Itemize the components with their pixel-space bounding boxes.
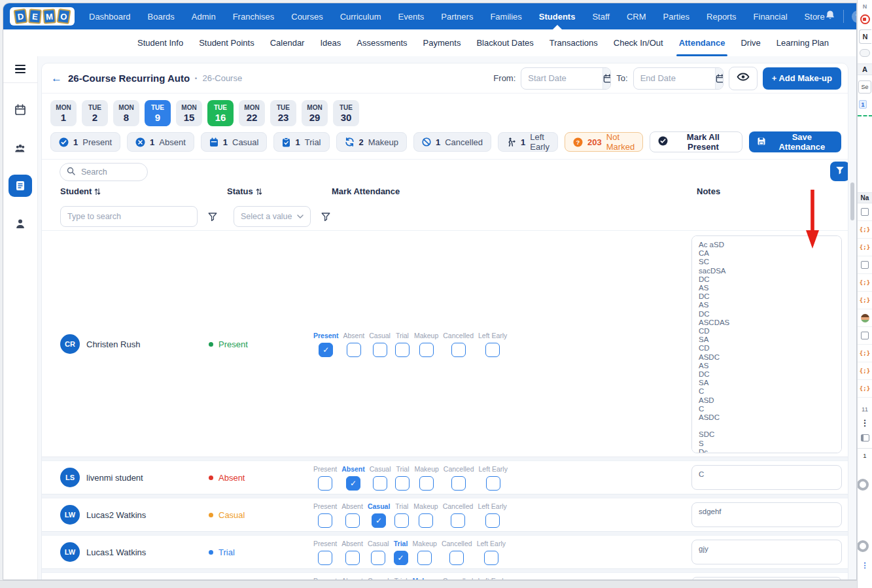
- subnav-item-ideas[interactable]: Ideas: [320, 29, 341, 56]
- subnav-item-assessments[interactable]: Assessments: [357, 29, 407, 56]
- column-student[interactable]: Student: [60, 186, 101, 196]
- summary-chip-makeup[interactable]: 2Makeup: [336, 132, 407, 152]
- checkbox-trial[interactable]: [394, 513, 409, 528]
- summary-chip-left-early[interactable]: 1Left Early: [498, 132, 558, 152]
- summary-chip-absent[interactable]: 1Absent: [127, 132, 194, 152]
- panel-checkbox[interactable]: [861, 208, 869, 216]
- summary-chip-present[interactable]: 1Present: [50, 132, 120, 152]
- date-chip-mon-8[interactable]: MON8: [113, 100, 139, 126]
- checkbox-makeup[interactable]: [419, 513, 433, 528]
- checkbox-trial[interactable]: [395, 343, 410, 357]
- nav-item-students[interactable]: Students: [539, 3, 576, 29]
- summary-chip-trial[interactable]: 1Trial: [273, 132, 329, 152]
- date-chip-mon-22[interactable]: MON22: [239, 100, 265, 126]
- checkbox-casual[interactable]: ✓: [372, 513, 386, 528]
- note-textarea[interactable]: C: [691, 465, 842, 490]
- note-textarea[interactable]: gjy: [691, 540, 842, 564]
- panel-record[interactable]: [860, 14, 870, 24]
- floating-button-cutoff[interactable]: [857, 479, 869, 491]
- checkbox-casual[interactable]: [371, 551, 385, 565]
- bell-icon[interactable]: [825, 10, 835, 24]
- calendar-sidebar-icon[interactable]: [9, 99, 32, 121]
- search-input[interactable]: [80, 167, 141, 177]
- student-filter-input[interactable]: [60, 206, 198, 227]
- nav-item-curriculum[interactable]: Curriculum: [340, 3, 381, 29]
- checkbox-trial[interactable]: [395, 476, 410, 491]
- checkbox-absent[interactable]: ✓: [346, 476, 360, 491]
- help-icon[interactable]: ?: [852, 10, 857, 23]
- checkbox-absent[interactable]: [345, 551, 360, 565]
- subnav-item-student-info[interactable]: Student Info: [137, 29, 183, 56]
- subnav-item-payments[interactable]: Payments: [423, 29, 461, 56]
- date-chip-tue-30[interactable]: TUE30: [333, 100, 359, 126]
- start-date-field[interactable]: [521, 67, 611, 90]
- note-textarea[interactable]: sdgehf: [691, 502, 842, 527]
- subnav-item-calendar[interactable]: Calendar: [270, 29, 305, 56]
- nav-item-staff[interactable]: Staff: [592, 3, 610, 29]
- nav-item-parties[interactable]: Parties: [663, 3, 689, 29]
- nav-item-dashboard[interactable]: Dashboard: [89, 3, 131, 29]
- demo-logo[interactable]: DEMO: [10, 7, 75, 26]
- note-textarea[interactable]: jkyu: [691, 577, 842, 579]
- panel-checkbox[interactable]: [861, 332, 869, 339]
- nav-item-families[interactable]: Families: [490, 3, 521, 29]
- save-attendance-button[interactable]: Save Attendance: [749, 131, 841, 152]
- checkbox-present[interactable]: ✓: [319, 343, 333, 357]
- nav-item-franchises[interactable]: Franchises: [233, 3, 275, 29]
- view-toggle-button[interactable]: [729, 67, 758, 90]
- date-chip-mon-29[interactable]: MON29: [302, 100, 328, 126]
- column-status[interactable]: Status: [227, 186, 262, 196]
- end-date-field[interactable]: [633, 67, 724, 90]
- subnav-item-student-points[interactable]: Student Points: [199, 29, 254, 56]
- summary-chip-casual[interactable]: 1Casual: [201, 132, 268, 152]
- status-filter-select[interactable]: Select a value: [234, 206, 311, 227]
- funnel-icon[interactable]: [205, 209, 220, 224]
- mark-all-present-button[interactable]: Mark All Present: [650, 131, 742, 152]
- checkbox-trial[interactable]: ✓: [394, 551, 408, 565]
- checkbox-cancelled[interactable]: [451, 343, 466, 357]
- date-chip-tue-9[interactable]: TUE9: [145, 100, 171, 126]
- date-chip-tue-2[interactable]: TUE2: [82, 100, 108, 126]
- checkbox-casual[interactable]: [373, 343, 387, 357]
- checkbox-left-early[interactable]: [486, 476, 500, 491]
- date-chip-tue-23[interactable]: TUE23: [270, 100, 296, 126]
- checkbox-cancelled[interactable]: [451, 513, 465, 528]
- date-chip-mon-1[interactable]: MON1: [50, 100, 77, 126]
- floating-button-cutoff[interactable]: [857, 540, 869, 552]
- table-filter-button[interactable]: [830, 162, 848, 181]
- hamburger-menu-icon[interactable]: [15, 65, 26, 73]
- nav-item-events[interactable]: Events: [398, 3, 425, 29]
- summary-chip-cancelled[interactable]: 1Cancelled: [413, 132, 491, 152]
- subnav-item-attendance[interactable]: Attendance: [679, 29, 725, 56]
- subnav-item-drive[interactable]: Drive: [741, 29, 760, 56]
- checkbox-left-early[interactable]: [485, 343, 500, 357]
- calendar-icon[interactable]: [602, 68, 611, 89]
- nav-item-store[interactable]: Store: [805, 3, 825, 29]
- groups-sidebar-icon[interactable]: [9, 137, 32, 159]
- checkbox-makeup[interactable]: [419, 343, 434, 357]
- checkbox-absent[interactable]: [345, 513, 360, 528]
- end-date-input[interactable]: [634, 73, 715, 83]
- checkbox-left-early[interactable]: [484, 551, 498, 565]
- subnav-item-check-in-out[interactable]: Check In/Out: [614, 29, 663, 56]
- nav-item-boards[interactable]: Boards: [148, 3, 175, 29]
- note-textarea[interactable]: Ac aSD CA SC sacDSA DC AS DC AS DC ASCDA…: [691, 235, 842, 453]
- add-makeup-button[interactable]: + Add Make-up: [763, 67, 841, 90]
- back-arrow-icon[interactable]: ←: [51, 72, 62, 85]
- date-chip-tue-16[interactable]: TUE16: [207, 100, 234, 126]
- scrollbar-thumb[interactable]: [850, 182, 854, 220]
- nav-item-courses[interactable]: Courses: [291, 3, 323, 29]
- nav-item-reports[interactable]: Reports: [706, 3, 737, 29]
- checkbox-present[interactable]: [318, 513, 332, 528]
- checkbox-present[interactable]: [318, 476, 332, 491]
- person-sidebar-icon[interactable]: [9, 213, 32, 235]
- subnav-item-learning-plan[interactable]: Learning Plan: [776, 29, 829, 56]
- calendar-icon[interactable]: [715, 68, 724, 89]
- search-field[interactable]: [60, 163, 148, 181]
- checkbox-cancelled[interactable]: [449, 551, 464, 565]
- start-date-input[interactable]: [521, 73, 602, 83]
- subnav-item-transactions[interactable]: Transactions: [549, 29, 598, 56]
- checkbox-left-early[interactable]: [485, 513, 500, 528]
- checkbox-makeup[interactable]: [417, 551, 432, 565]
- nav-item-crm[interactable]: CRM: [627, 3, 646, 29]
